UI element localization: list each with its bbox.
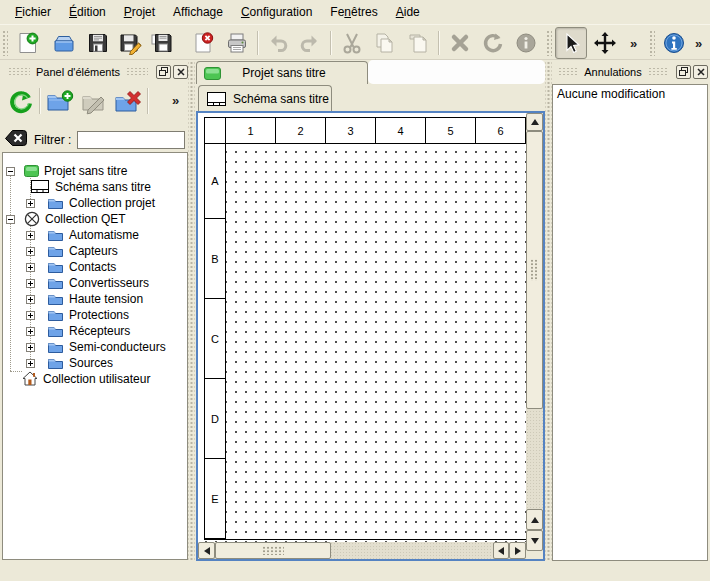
right-splitter-handle[interactable] [545,62,552,560]
redo-button[interactable] [294,27,326,59]
menu-fenetres[interactable]: Fenêtres [321,1,386,23]
project-info-button[interactable] [658,27,690,59]
menu-aide[interactable]: Aide [387,1,429,23]
tree-item-protections[interactable]: Protections [3,307,187,323]
paste-button[interactable] [402,27,434,59]
select-mode-button[interactable] [555,27,587,59]
undo-button[interactable] [262,27,294,59]
column-header: 6 [476,118,526,144]
tree-item-automatisme[interactable]: Automatisme [3,227,187,243]
scroll-left-button[interactable] [198,542,215,559]
menu-projet[interactable]: Projet [115,1,164,23]
clear-filter-button[interactable] [4,129,28,149]
collapse-expander-icon[interactable] [6,215,15,224]
folder-icon [48,261,63,273]
scroll-right-button[interactable] [509,542,526,559]
rotate-button[interactable] [477,27,509,59]
reload-collections-button[interactable] [5,86,37,118]
copy-button[interactable] [368,27,400,59]
expand-expander-icon[interactable] [26,231,35,240]
expand-expander-icon[interactable] [26,247,35,256]
menu-configuration[interactable]: Configuration [232,1,321,23]
row-header: A [205,144,226,219]
new-element-button[interactable] [44,86,76,118]
tree-item-projet-sans-titre[interactable]: Projet sans titre [3,163,187,179]
delete-button[interactable] [444,27,476,59]
elements-tree[interactable]: Projet sans titre Schéma sans titre Coll… [2,152,188,560]
expand-expander-icon[interactable] [26,311,35,320]
scroll-up-button[interactable] [526,509,543,530]
tree-item-haute-tension[interactable]: Haute tension [3,291,187,307]
cut-button[interactable] [336,27,368,59]
save-as-button[interactable] [114,27,146,59]
tab-schema-sans-titre[interactable]: Schéma sans titre [198,85,332,111]
expand-expander-icon[interactable] [26,295,35,304]
folder-icon [48,357,63,369]
tree-item-convertisseurs[interactable]: Convertisseurs [3,275,187,291]
horizontal-scroll-thumb[interactable] [215,542,331,559]
float-panel-button[interactable] [676,65,691,79]
elements-panel-header[interactable]: Panel d'éléments [2,62,188,81]
print-button[interactable] [221,27,253,59]
close-panel-button[interactable] [173,65,188,79]
expand-expander-icon[interactable] [26,199,35,208]
tree-item-sources[interactable]: Sources [3,355,187,371]
scroll-up-button[interactable] [526,113,543,131]
undo-panel-header[interactable]: Annulations [552,62,708,81]
expand-expander-icon[interactable] [26,327,35,336]
move-mode-button[interactable] [589,27,621,59]
toolbar-overflow-button[interactable]: » [630,36,637,51]
refresh-icon [8,89,34,115]
expand-expander-icon[interactable] [26,263,35,272]
tree-item-recepteurs[interactable]: Récepteurs [3,323,187,339]
toolbar-handle[interactable] [2,30,8,56]
vertical-scrollbar[interactable] [526,113,543,551]
menu-affichage[interactable]: Affichage [164,1,232,23]
tree-item-contacts[interactable]: Contacts [3,259,187,275]
scroll-down-button[interactable] [526,530,543,551]
scroll-left-button[interactable] [493,542,509,559]
menu-fichier[interactable]: Fichier [6,1,60,23]
open-icon [52,31,76,55]
tree-item-capteurs[interactable]: Capteurs [3,243,187,259]
toolbar-handle[interactable] [649,30,655,56]
close-document-button[interactable] [187,27,219,59]
panel-toolbar-overflow[interactable]: » [172,93,179,108]
close-panel-button[interactable] [693,65,708,79]
collapse-expander-icon[interactable] [6,167,15,176]
horizontal-scrollbar[interactable] [198,542,526,559]
expand-expander-icon[interactable] [26,359,35,368]
float-panel-button[interactable] [156,65,171,79]
save-as-icon [118,31,142,55]
expand-expander-icon[interactable] [26,279,35,288]
delete-icon [448,31,472,55]
toolbar-overflow-button[interactable]: » [695,36,702,51]
folder-icon [48,341,63,353]
vertical-scroll-thumb[interactable] [526,131,543,409]
toolbar-separator [438,31,440,55]
save-all-button[interactable] [146,27,178,59]
toolbar-separator [39,88,41,114]
undo-history-list[interactable]: Aucune modification [552,84,708,561]
float-icon [159,67,168,76]
menu-edition[interactable]: Édition [60,1,115,23]
open-button[interactable] [48,27,80,59]
tree-item-collection-projet[interactable]: Collection projet [3,195,187,211]
tree-item-collection-qet[interactable]: Collection QET [3,211,187,227]
expand-expander-icon[interactable] [26,343,35,352]
tree-item-semi-conducteurs[interactable]: Semi-conducteurs [3,339,187,355]
tab-projet-sans-titre[interactable]: Projet sans titre [196,61,368,84]
tree-item-collection-utilisateur[interactable]: Collection utilisateur [3,371,187,387]
diagram-canvas[interactable]: 1 2 3 4 5 6 A B C D E [198,113,526,542]
delete-element-button[interactable] [112,86,144,118]
new-document-button[interactable] [12,27,44,59]
save-button[interactable] [82,27,114,59]
element-info-button[interactable] [510,27,542,59]
edit-element-button[interactable] [78,86,110,118]
left-splitter-handle[interactable] [188,62,195,560]
paste-icon [406,31,430,55]
toolbar-handle[interactable] [546,30,552,56]
undo-list-item[interactable]: Aucune modification [553,85,707,103]
tree-item-schema-sans-titre[interactable]: Schéma sans titre [3,179,187,195]
filter-input[interactable] [77,131,185,149]
